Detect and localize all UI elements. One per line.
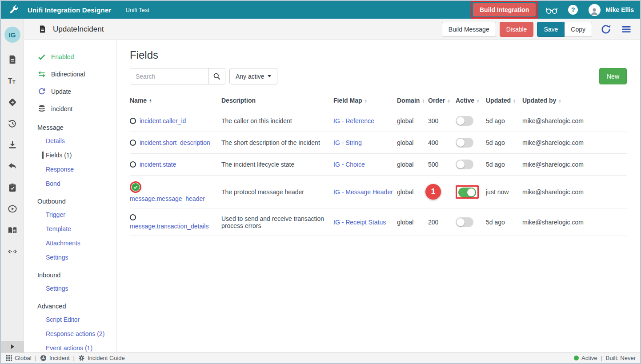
sidebar-item-fields-1[interactable]: Fields (1) bbox=[42, 152, 116, 159]
field-name-link[interactable]: incident.state bbox=[140, 161, 176, 168]
active-toggle[interactable] bbox=[456, 116, 473, 126]
column-header-updated[interactable]: Updated▲▼ bbox=[486, 92, 522, 110]
sort-icon[interactable]: ▲▼ bbox=[365, 99, 367, 103]
sidebar-item-event-actions-1[interactable]: Event actions (1) bbox=[42, 344, 116, 352]
statusbar-item-incident-guide[interactable]: Incident Guide bbox=[78, 355, 125, 361]
wrench-icon[interactable] bbox=[9, 5, 19, 15]
active-filter-dropdown[interactable]: Any active bbox=[229, 68, 277, 84]
rail-run-button[interactable] bbox=[4, 198, 21, 220]
field-updated: just now bbox=[486, 176, 522, 208]
svg-text:T: T bbox=[12, 79, 16, 84]
sidebar-expand-button[interactable] bbox=[1, 341, 24, 352]
preview-glasses-icon[interactable] bbox=[544, 2, 559, 17]
active-toggle[interactable] bbox=[458, 188, 476, 197]
field-updated: 5d ago bbox=[486, 208, 522, 236]
statusbar-item-global[interactable]: Global bbox=[6, 355, 32, 361]
sort-icon[interactable]: ▲▼ bbox=[513, 99, 516, 103]
active-status-dot bbox=[574, 356, 579, 360]
rail-document-button[interactable] bbox=[4, 49, 21, 70]
sort-icon[interactable]: ▲▼ bbox=[422, 99, 425, 103]
svg-text:T: T bbox=[8, 77, 12, 85]
disable-button[interactable]: Disable bbox=[500, 22, 534, 37]
rail-documentation-button[interactable] bbox=[4, 220, 21, 241]
field-description: Used to send and receive transaction pro… bbox=[221, 208, 333, 236]
rail-publish-button[interactable] bbox=[4, 92, 21, 113]
built-status-label: Built: Never bbox=[606, 355, 636, 361]
field-name-link[interactable]: message.transaction_details bbox=[130, 223, 208, 230]
field-map-link[interactable]: IG - Reference bbox=[333, 117, 374, 124]
copy-button[interactable]: Copy bbox=[565, 22, 592, 37]
column-header-order[interactable]: Order▲▼ bbox=[428, 92, 456, 110]
sidebar-item-bidirectional[interactable]: Bidirectional bbox=[37, 70, 116, 79]
user-name[interactable]: Mike Ellis bbox=[605, 6, 634, 13]
sidebar-item-settings[interactable]: Settings bbox=[42, 285, 116, 292]
inactive-status-icon bbox=[130, 140, 136, 146]
icon-rail: IG TT bbox=[1, 19, 24, 352]
rail-text-format-button[interactable]: TT bbox=[4, 70, 21, 92]
user-avatar[interactable] bbox=[587, 2, 602, 17]
app-window: Unifi Integration Designer Unifi Test Bu… bbox=[0, 0, 641, 364]
sidebar-section-message: Message DetailsFields (1)ResponseBond bbox=[37, 124, 116, 187]
statusbar-item-incident[interactable]: Incident bbox=[40, 355, 70, 361]
field-updated-by: mike@sharelogic.com bbox=[522, 132, 627, 154]
rail-code-button[interactable] bbox=[4, 241, 21, 262]
sidebar-item-update[interactable]: Update bbox=[37, 87, 116, 96]
column-header-updated-by[interactable]: Updated by▲▼ bbox=[522, 92, 627, 110]
sort-icon[interactable]: ▲▼ bbox=[149, 99, 152, 103]
search-input[interactable] bbox=[130, 68, 208, 84]
field-name-link[interactable]: message.message_header bbox=[130, 195, 205, 202]
build-message-button[interactable]: Build Message bbox=[442, 22, 496, 37]
save-button[interactable]: Save bbox=[537, 22, 565, 37]
sidebar-item-trigger[interactable]: Trigger bbox=[42, 211, 116, 218]
field-map-link[interactable]: IG - Message Header bbox=[333, 188, 393, 196]
sidebar-section-advanced: Advanced Script EditorResponse actions (… bbox=[37, 303, 116, 352]
rail-undo-button[interactable] bbox=[4, 156, 21, 177]
column-header-active[interactable]: Active▲▼ bbox=[456, 92, 486, 110]
column-header-field-map[interactable]: Field Map▲▼ bbox=[333, 92, 397, 110]
check-icon bbox=[37, 52, 46, 61]
column-header-name[interactable]: Name▲▼ bbox=[130, 92, 221, 110]
order-value: 500 bbox=[428, 161, 438, 168]
sidebar-item-details[interactable]: Details bbox=[42, 137, 116, 144]
order-value: 300 bbox=[428, 117, 438, 124]
sidebar-item-response-actions-2[interactable]: Response actions (2) bbox=[42, 330, 116, 337]
column-header-description[interactable]: Description bbox=[221, 92, 333, 110]
sidebar-item-script-editor[interactable]: Script Editor bbox=[42, 316, 116, 323]
sidebar-item-attachments[interactable]: Attachments bbox=[42, 240, 116, 247]
table-row: message.transaction_details Used to send… bbox=[130, 208, 627, 236]
field-map-link[interactable]: IG - String bbox=[333, 139, 362, 146]
build-integration-button[interactable]: Build Integration bbox=[473, 3, 536, 16]
sort-icon[interactable]: ▲▼ bbox=[477, 99, 479, 103]
field-name-link[interactable]: incident.caller_id bbox=[140, 117, 186, 124]
active-toggle[interactable] bbox=[456, 217, 473, 227]
search-button[interactable] bbox=[208, 68, 225, 84]
refresh-icon[interactable] bbox=[599, 23, 613, 36]
menu-icon[interactable] bbox=[620, 23, 633, 36]
field-domain: global bbox=[397, 208, 428, 236]
active-toggle[interactable] bbox=[456, 160, 473, 169]
sort-icon[interactable]: ▲▼ bbox=[558, 99, 561, 103]
sidebar-item-settings[interactable]: Settings bbox=[42, 254, 116, 261]
field-name-link[interactable]: incident.short_description bbox=[140, 139, 210, 146]
sort-icon[interactable]: ▲▼ bbox=[447, 99, 450, 103]
field-updated: 5d ago bbox=[486, 110, 522, 132]
sidebar-item-template[interactable]: Template bbox=[42, 225, 116, 232]
sidebar-item-enabled[interactable]: Enabled bbox=[37, 52, 116, 61]
sidebar-item-response[interactable]: Response bbox=[42, 166, 116, 173]
chevron-right-icon bbox=[11, 344, 14, 349]
sidebar-item-bond[interactable]: Bond bbox=[42, 180, 116, 187]
sidebar-item-incident[interactable]: incident bbox=[37, 104, 116, 113]
field-description: The incident lifecycle state bbox=[221, 154, 333, 176]
integration-avatar[interactable]: IG bbox=[4, 27, 20, 43]
rail-history-button[interactable] bbox=[4, 113, 21, 134]
chevron-down-icon bbox=[268, 75, 271, 77]
help-icon[interactable]: ? bbox=[565, 2, 581, 17]
active-toggle[interactable] bbox=[456, 138, 473, 148]
column-header-domain[interactable]: Domain▲▼ bbox=[397, 92, 428, 110]
rail-tasks-button[interactable] bbox=[4, 177, 21, 198]
field-map-link[interactable]: IG - Receipt Status bbox=[333, 219, 386, 226]
rail-download-button[interactable] bbox=[4, 134, 21, 156]
field-map-link[interactable]: IG - Choice bbox=[333, 161, 365, 168]
new-button[interactable]: New bbox=[599, 68, 627, 84]
field-description: The caller on this incident bbox=[221, 110, 333, 132]
